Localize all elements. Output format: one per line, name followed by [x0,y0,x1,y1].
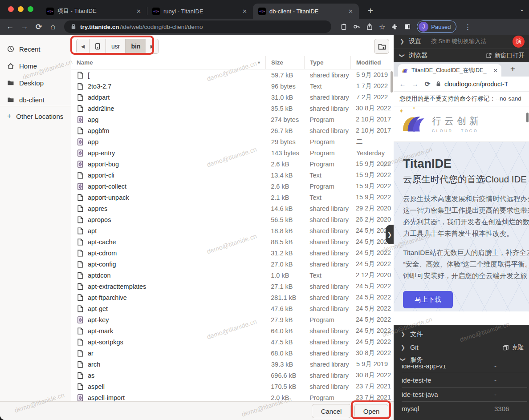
git-clone-button[interactable]: 克隆 [502,343,524,351]
close-tab-icon[interactable]: ✕ [493,67,498,74]
close-tab-icon[interactable]: ✕ [347,8,354,15]
close-tab-icon[interactable]: ✕ [241,8,248,15]
sidebar-item-db-client[interactable]: db-client [0,92,71,108]
browser-menu-icon[interactable]: ⋮ [464,23,471,31]
bookmark-star-icon[interactable]: ☆ [379,23,385,31]
file-row[interactable]: apt18.8 kBshared library24 5月 2022 [71,225,391,236]
file-row[interactable]: apt-config27.0 kBshared library24 5月 202… [71,258,391,270]
file-row[interactable]: apt-ftparchive281.1 kBshared library24 5… [71,292,391,303]
file-row[interactable]: apport-unpack2.1 kBText15 9月 2022 [71,192,391,203]
program-file-icon [77,138,84,145]
service-row-ide-test-fe[interactable]: ide-test-fe- [402,373,527,388]
back-button[interactable]: ← [4,22,16,31]
mini-new-tab-button[interactable]: + [510,64,515,74]
profile-paused-badge[interactable]: J Paused [417,20,456,33]
clipboard-icon[interactable] [340,23,347,30]
file-row[interactable]: appres14.6 kBshared library29 2月 2020 [71,203,391,214]
file-row[interactable]: apt-mark64.0 kBshared library24 5月 2022 [71,325,391,336]
panel-expander-handle[interactable]: ❯ [386,225,394,244]
column-header-name[interactable]: Name ▼ [71,56,266,69]
browser-tab[interactable]: <t>ruoyi - TitanIDE✕ [147,4,253,19]
mini-browser-tab[interactable]: TitanIDE_CloudIDE_在线IDE_ ✕ [398,64,501,77]
file-row[interactable]: apt-key27.9 kBProgram24 5月 2022 [71,314,391,325]
file-row[interactable]: apropos56.5 kBshared library26 2月 2020 [71,214,391,225]
file-name-cell: apt-ftparchive [71,294,265,301]
hero-paragraph-1: 云原生技术高速发展和后疫情时代远程办公等多这一智力密集型工作提出更高的要求也带来… [403,193,529,239]
file-row[interactable]: apgbfm26.7 kBshared library2 10月 2017 [71,125,391,136]
cancel-button[interactable]: Cancel [312,404,351,418]
column-header-type[interactable]: Type [305,56,351,69]
column-header-size[interactable]: Size [266,56,305,69]
file-row[interactable]: aptdcon1.0 kBText2 12月 2020 [71,270,391,281]
sidebar-item-label: Recent [19,45,41,53]
tab-search-chevron-icon[interactable]: ⌄ [519,5,525,12]
settings-section-row[interactable]: ❯ 设置 按 Shift 键切换输入法 演 [394,35,529,48]
minimize-window-button[interactable] [18,6,24,12]
close-tab-icon[interactable]: ✕ [135,8,142,15]
reload-button[interactable]: ⟳ [33,22,45,32]
file-row[interactable]: apt-get47.6 kBshared library24 5月 2022 [71,303,391,314]
maximize-window-button[interactable] [28,6,33,12]
file-row[interactable]: addpart31.0 kBshared library7 2月 2022 [71,92,391,103]
mini-reload-button[interactable]: ⟳ [423,80,432,88]
sidebar-item-other-locations[interactable]: + Other Locations [0,108,71,124]
file-name: apropos [88,216,111,223]
share-icon[interactable] [366,23,373,30]
sidebar-item-recent[interactable]: Recent [0,41,71,57]
download-now-button[interactable]: 马上下载 [403,291,453,308]
window-controls[interactable] [8,6,33,12]
file-row[interactable]: ar68.0 kBshared library30 8月 2022 [71,347,391,359]
file-row[interactable]: apt-sortpkgs47.5 kBshared library24 5月 2… [71,336,391,347]
file-row[interactable]: aspell170.5 kBshared library23 7月 2021 [71,381,391,392]
sidebar-item-desktop[interactable]: Desktop [0,75,71,91]
file-row[interactable]: app-entry143 bytesProgramYesterday [71,147,391,158]
extensions-puzzle-icon[interactable] [391,23,398,30]
mini-address-bar[interactable]: cloudtogo.cn/product-T [435,81,508,88]
service-row-ide-test-java[interactable]: ide-test-java- [402,387,527,402]
file-row[interactable]: apg274 bytesProgram2 10月 2017 [71,114,391,125]
file-row[interactable]: app29 bytesProgram二 [71,136,391,147]
side-panel-icon[interactable] [404,23,411,30]
close-window-button[interactable] [8,6,14,12]
file-type: Program [304,161,350,168]
password-key-icon[interactable] [353,23,360,30]
file-list-scrollbar[interactable] [391,71,393,93]
file-type: Program [304,316,350,323]
new-tab-button[interactable]: + [364,4,377,17]
address-bar[interactable]: try.titanide.cn/ide/web/coding/db-client… [64,20,331,33]
browser-tab[interactable]: <t>db-client - TitanIDE✕ [253,4,359,19]
open-new-window-button[interactable]: 新窗口打开 [486,52,525,60]
files-section-row[interactable]: ❯ 文件 [394,327,529,341]
git-section-row[interactable]: ❯ Git 克隆 [394,341,529,354]
file-row[interactable]: 2to3-2.796 bytesText1 7月 2022 [71,81,391,92]
document-file-icon [77,327,84,335]
browser-tab[interactable]: <t>项目 - TitanIDE✕ [41,4,147,19]
document-file-icon [77,127,84,134]
file-row[interactable]: apport-collect2.6 kBProgram15 9月 2022 [71,181,391,192]
home-button[interactable]: ⌂ [47,22,59,32]
new-folder-button[interactable] [374,39,389,54]
file-row[interactable]: as696.6 kBshared library30 8月 2022 [71,370,391,381]
service-row-ide-test-app-v1[interactable]: ide-test-app-v1- [402,365,527,373]
service-row-mysql[interactable]: mysql3306 [402,401,527,416]
services-section-row[interactable]: ❯ 服务 [394,354,529,365]
file-row[interactable]: apt-cdrom31.2 kBshared library24 5月 2022 [71,247,391,258]
file-row[interactable]: apport-bug2.6 kBProgram15 9月 2022 [71,158,391,170]
file-row[interactable]: addr2line35.5 kBshared library30 8月 2022 [71,103,391,114]
browser-section-row[interactable]: ❯ 浏览器 新窗口打开 [394,48,529,62]
hero-text-line: “安全、高效、体验”这三个维度取得平衡。最快 [403,258,529,270]
file-row[interactable]: arch39.3 kBshared library5 9月 2019 [71,359,391,370]
file-row[interactable]: [59.7 kBshared library5 9月 2019 [71,69,391,81]
file-row[interactable]: apt-cache88.5 kBshared library24 5月 2022 [71,236,391,247]
column-header-modified[interactable]: Modified [351,56,391,69]
mini-back-button[interactable]: ← [398,80,407,88]
mini-forward-button[interactable]: → [411,80,419,88]
file-row[interactable]: aspell-import2.0 kBProgram23 7月 2021 [71,392,391,401]
file-modified: 15 9月 2022 [350,182,391,190]
sidebar-item-home[interactable]: Home [0,58,71,74]
forward-button[interactable]: → [19,22,30,31]
file-row[interactable]: apport-cli13.4 kBText15 9月 2022 [71,170,391,181]
panel-scrollbar[interactable] [526,113,529,122]
file-row[interactable]: apt-extracttemplates27.1 kBshared librar… [71,281,391,292]
file-type: shared library [305,361,351,368]
